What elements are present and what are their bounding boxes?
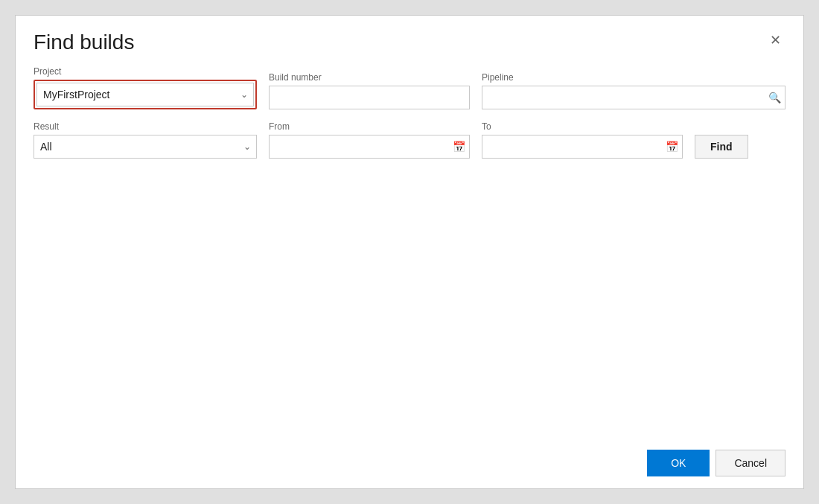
result-select-wrapper: All ⌄ xyxy=(34,135,257,159)
pipeline-input-wrapper: 🔍 xyxy=(482,86,785,109)
dialog-overlay: Find builds ✕ Project MyFirstProject ⌄ xyxy=(0,0,819,504)
close-button[interactable]: ✕ xyxy=(765,31,785,50)
project-select[interactable]: MyFirstProject xyxy=(36,83,254,106)
pipeline-group: Pipeline 🔍 xyxy=(482,72,785,109)
dialog-body: Project MyFirstProject ⌄ Build number xyxy=(16,66,803,438)
result-group: Result All ⌄ xyxy=(34,121,257,159)
find-builds-dialog: Find builds ✕ Project MyFirstProject ⌄ xyxy=(15,15,804,489)
dialog-footer: OK Cancel xyxy=(16,438,803,488)
ok-button[interactable]: OK xyxy=(647,450,710,476)
dialog-header: Find builds ✕ xyxy=(16,16,803,66)
build-number-group: Build number xyxy=(269,72,470,109)
build-number-input[interactable] xyxy=(269,86,470,109)
pipeline-label: Pipeline xyxy=(482,72,785,83)
result-select[interactable]: All xyxy=(34,135,257,159)
to-date-input[interactable] xyxy=(482,135,683,159)
cancel-button[interactable]: Cancel xyxy=(716,450,785,476)
to-input-wrapper: 📅 xyxy=(482,135,683,159)
find-button[interactable]: Find xyxy=(695,135,748,159)
project-label: Project xyxy=(34,66,257,77)
from-group: From 📅 xyxy=(269,121,470,159)
to-label: To xyxy=(482,121,683,132)
dialog-title: Find builds xyxy=(34,31,134,54)
from-date-input[interactable] xyxy=(269,135,470,159)
project-highlight-border: MyFirstProject ⌄ xyxy=(34,80,257,109)
form-row-1: Project MyFirstProject ⌄ Build number xyxy=(34,66,785,109)
project-select-wrapper: MyFirstProject ⌄ xyxy=(36,83,254,106)
pipeline-input[interactable] xyxy=(482,86,785,109)
result-label: Result xyxy=(34,121,257,132)
build-number-label: Build number xyxy=(269,72,470,83)
project-group: Project MyFirstProject ⌄ xyxy=(34,66,257,109)
form-row-2: Result All ⌄ From 📅 xyxy=(34,121,785,159)
from-input-wrapper: 📅 xyxy=(269,135,470,159)
from-label: From xyxy=(269,121,470,132)
to-group: To 📅 xyxy=(482,121,683,159)
